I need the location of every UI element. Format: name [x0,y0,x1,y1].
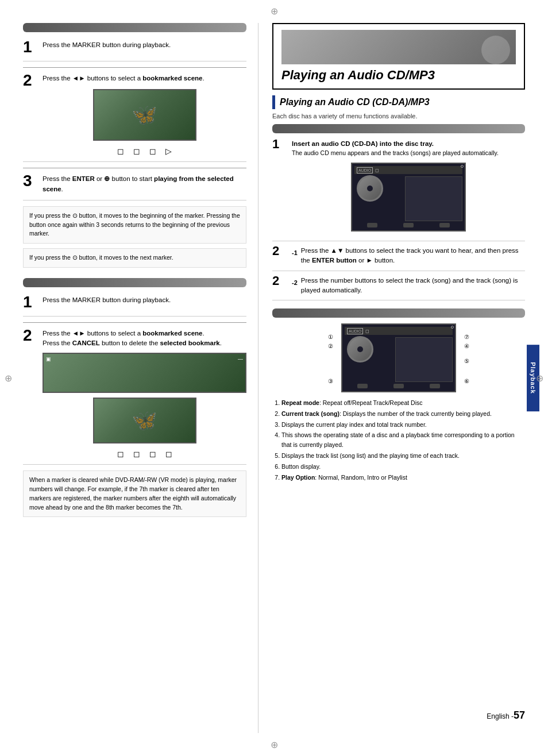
ctrl-icon-4: ▷ [165,146,172,156]
r-step2-1-sup: -1 [292,249,298,256]
page-title: Playing an Audio CD/MP3 [281,68,516,83]
note1-box: If you press the ⊙ button, it moves to t… [23,206,246,244]
note1-text: If you press the ⊙ button, it moves to t… [29,211,240,238]
r-step2-2-numwrap: 2 -2 [272,276,298,287]
cd-screen2: AUDIO ◻ [341,323,456,392]
section-subtitle: Playing an Audio CD (CD-DA)/MP3 [280,97,430,107]
r-step2-2-num: 2 [272,275,287,287]
cd-btn4 [357,384,368,388]
r-step2-2-text: Press the number buttons to select the t… [301,276,525,296]
subtitle-text: Each disc has a variety of menu function… [272,113,525,119]
r-step2-1-text: Press the ▲▼ buttons to select the track… [301,246,525,266]
screen-controls: ◻ ◻ ◻ ▷ [43,146,246,156]
s2-step1-text: Press the MARKER button during playback. [43,295,246,305]
blue-bar-icon [272,95,275,109]
screen-controls2: ◻ ◻ ◻ ◻ [43,449,246,458]
s2-step1-content: Press the MARKER button during playback. [43,295,246,305]
ctrl-icon-2: ◻ [133,146,140,156]
scene-screen: 🦋 [93,89,196,141]
display-items-list: Repeat mode: Repeat off/Repeat Track/Rep… [272,398,525,482]
cd-btn5 [393,384,404,388]
ctrl2-icon-1: ◻ [117,449,124,458]
step2-num: 2 [23,72,38,88]
display-item-5: Displays the track list (song list) and … [281,451,525,461]
cd-disc-icon1 [357,175,383,202]
cd-bottom-bar2 [345,383,453,389]
ctrl-icon-1: ◻ [117,146,124,156]
cross-top: ⊕ [271,6,278,17]
top-corner-dot2 [451,326,454,329]
r-step1-row: 1 Insert an audio CD (CD-DA) into the di… [272,139,525,241]
display-item-2: Current track (song): Displays the numbe… [281,409,525,419]
display-item-3: Displays the current play index and tota… [281,420,525,430]
r-step2-1-row: 2 -1 Press the ▲▼ buttons to select the … [272,246,525,271]
cd-bottom-bar1 [354,222,462,228]
cd-screen-labeled-wrap: ① ② ③ ⑦ ④ ⑤ ⑥ AUDIO ◻ [338,323,459,392]
scene-screen2: 🦋 [93,398,196,443]
step3-content: Press the ENTER or ⊕ button to start pla… [43,174,246,194]
display-item-1: Repeat mode: Repeat off/Repeat Track/Rep… [281,398,525,408]
cross-bottom: ⊕ [271,739,278,750]
section1-header [23,23,246,32]
cd-btn6 [430,384,440,388]
cross-right: ⊕ [536,373,543,384]
ctrl2-icon-2: ◻ [133,449,140,458]
step2-row: 2 Press the ◄► buttons to select a bookm… [23,74,246,162]
right-column: Playback Playing an Audio CD/MP3 Playing… [258,23,537,733]
two-screens: ▣ — [43,353,246,393]
top-corner-dot1 [461,165,464,168]
marker-7: ⑦ [464,334,469,340]
cd-btn1 [367,223,377,227]
ctrl2-icon-3: ◻ [149,449,156,458]
page-number: English -57 [487,709,525,722]
marker-3: ③ [328,378,333,384]
r-step1-title: Insert an audio CD (CD-DA) into the disc… [292,139,525,149]
s2-step1-num: 1 [23,294,38,310]
cd-btn3 [439,223,450,227]
sub-section-header: Playing an Audio CD (CD-DA)/MP3 [272,95,525,109]
marker-2: ② [328,343,333,349]
s2-step2-content: Press the ◄► buttons to select a bookmar… [43,329,246,459]
title-box: Playing an Audio CD/MP3 [272,23,525,90]
r-step1-content: Insert an audio CD (CD-DA) into the disc… [292,139,525,236]
note2-text: If you press the ⊙ button, it moves to t… [29,253,240,263]
r-step2-1-content: Press the ▲▼ buttons to select the track… [301,246,525,266]
step1-num: 1 [23,39,38,55]
ctrl2-icon-4: ◻ [165,449,172,458]
r-step1-desc: The audio CD menu appears and the tracks… [292,149,525,158]
cd-top-bar2: AUDIO ◻ [345,327,453,335]
r-step2-1-num: 2 [272,245,287,257]
display-item-6: Button display. [281,462,525,472]
s2-step2-text-main: Press the ◄► buttons to select a bookmar… [43,329,246,349]
s2-step1-row: 1 Press the MARKER button during playbac… [23,295,246,317]
page: 1 Press the MARKER button during playbac… [0,0,548,756]
step1-content: Press the MARKER button during playback. [43,40,246,50]
cd-indicator2: ◻ [365,329,369,334]
section2-header [23,278,246,287]
display-item-4: This shows the operating state of a disc… [281,430,525,450]
right-section2-header [272,308,525,318]
step1-text: Press the MARKER button during playback. [43,40,246,50]
cd-top-bar1: AUDIO ◻ [354,166,462,174]
ctrl-icon-3: ◻ [149,146,156,156]
marker-1: ① [328,334,333,340]
left-column: 1 Press the MARKER button during playbac… [11,23,258,733]
s2-step2-num: 2 [23,327,38,344]
step2-text: Press the ◄► buttons to select a bookmar… [43,74,246,83]
screen-top: ▣ — [43,353,246,393]
display-item-7: Play Option: Normal, Random, Intro or Pl… [281,473,525,483]
note2-box: If you press the ⊙ button, it moves to t… [23,248,246,268]
s2-step2-row: 2 Press the ◄► buttons to select a bookm… [23,329,246,465]
cd-right-panel2 [395,337,453,382]
butterfly-icon: 🦋 [132,103,157,127]
step3-row: 3 Press the ENTER or ⊕ button to start p… [23,174,246,200]
r-step2-2-content: Press the number buttons to select the t… [301,276,525,296]
cd-right-panel1 [405,176,462,221]
s2-note-text: When a marker is cleared while DVD-RAM/-… [29,476,240,512]
cd-logo1: AUDIO [357,167,373,173]
butterfly-icon2: 🦋 [132,408,157,433]
r-step1-num: 1 [272,138,287,151]
page-number-text: English -57 [487,712,525,720]
r-step2-2-row: 2 -2 Press the number buttons to select … [272,276,525,301]
cd-logo2: AUDIO [347,328,363,334]
